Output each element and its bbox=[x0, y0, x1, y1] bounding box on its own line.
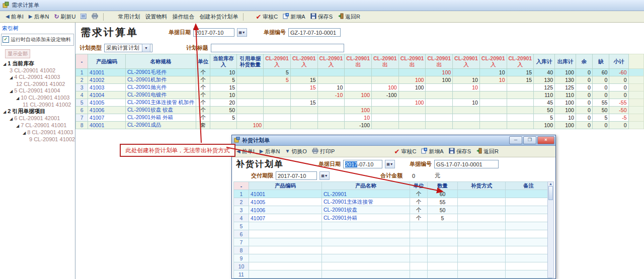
row-number[interactable]: 9 bbox=[234, 254, 249, 262]
cell[interactable]: 41007 bbox=[249, 214, 322, 222]
cell[interactable] bbox=[237, 69, 264, 76]
cell[interactable]: 60 bbox=[428, 190, 458, 198]
cell[interactable] bbox=[290, 107, 317, 114]
table-row[interactable]: 741007CL-20901外箱 外箱个51051005-5 bbox=[76, 114, 644, 122]
cell[interactable]: 50 bbox=[428, 206, 458, 214]
column-header[interactable]: 入库计 bbox=[534, 54, 555, 69]
cell[interactable]: 110 bbox=[534, 91, 555, 99]
cell[interactable]: 15 bbox=[290, 99, 317, 107]
cell[interactable]: CL-20901电镀件 bbox=[126, 91, 196, 99]
table-row[interactable]: 11 bbox=[234, 270, 552, 278]
auto-add-checkbox[interactable]: ✓ bbox=[3, 36, 9, 43]
menu-set-material[interactable]: 设置物料 bbox=[142, 12, 170, 22]
cell[interactable] bbox=[628, 84, 643, 91]
column-header[interactable]: 名称规格 bbox=[126, 54, 196, 69]
cell[interactable]: 5 bbox=[534, 114, 555, 122]
cell[interactable]: 5 bbox=[428, 214, 458, 222]
cell[interactable] bbox=[453, 122, 480, 129]
cell[interactable]: CL-20901抛光件 bbox=[126, 84, 196, 91]
row-number[interactable]: 7 bbox=[76, 114, 88, 122]
cell[interactable] bbox=[249, 238, 322, 246]
cell[interactable]: 0 bbox=[576, 69, 592, 76]
cell[interactable]: 41006 bbox=[249, 206, 322, 214]
cell[interactable] bbox=[428, 238, 458, 246]
tree-node[interactable]: 9 CL-20901 41002 bbox=[2, 136, 75, 143]
cell[interactable]: 100 bbox=[534, 122, 555, 129]
cell[interactable] bbox=[398, 114, 426, 122]
cell[interactable]: 0 bbox=[609, 84, 628, 91]
cell[interactable]: 100 bbox=[555, 107, 576, 114]
cell[interactable] bbox=[410, 222, 428, 230]
cell[interactable]: 50 bbox=[210, 107, 237, 114]
save-button[interactable]: 保存S bbox=[308, 12, 335, 22]
table-row[interactable]: 8 bbox=[234, 246, 552, 254]
cell[interactable]: 15 bbox=[290, 84, 317, 91]
cell[interactable] bbox=[479, 122, 507, 129]
cell[interactable] bbox=[506, 230, 552, 238]
prev-doc-button[interactable]: ◀ 前单I bbox=[3, 12, 26, 22]
cell[interactable] bbox=[426, 122, 453, 129]
close-button[interactable]: × bbox=[537, 136, 554, 144]
next-doc-button[interactable]: ▶ 后单N bbox=[26, 12, 52, 22]
cell[interactable] bbox=[428, 270, 458, 278]
cell[interactable] bbox=[398, 91, 426, 99]
cell[interactable]: 0 bbox=[576, 99, 592, 107]
cell[interactable]: 41001 bbox=[249, 190, 322, 198]
cell[interactable] bbox=[428, 222, 458, 230]
calendar-dropdown-icon[interactable]: ▦▼ bbox=[385, 160, 395, 168]
cell[interactable] bbox=[322, 246, 410, 254]
minimize-button[interactable]: ─ bbox=[509, 136, 522, 144]
cell[interactable]: 50 bbox=[534, 107, 555, 114]
row-number[interactable]: 6 bbox=[234, 230, 249, 238]
column-header[interactable]: CL-20901入 bbox=[290, 54, 317, 69]
cell[interactable] bbox=[628, 107, 643, 114]
column-header[interactable]: CL-20901出 bbox=[345, 54, 372, 69]
column-header[interactable]: CL-20901出 bbox=[372, 54, 399, 69]
cell[interactable] bbox=[410, 230, 428, 238]
column-header[interactable]: CL-20901入 bbox=[507, 54, 534, 69]
cell[interactable] bbox=[628, 91, 643, 99]
cell[interactable] bbox=[345, 84, 372, 91]
cell[interactable] bbox=[458, 198, 506, 206]
cell[interactable] bbox=[410, 254, 428, 262]
cell[interactable]: 41003 bbox=[88, 84, 126, 91]
cell[interactable]: -50 bbox=[609, 107, 628, 114]
cell[interactable]: 110 bbox=[555, 91, 576, 99]
tree-expander-icon[interactable]: ◢ bbox=[16, 96, 19, 101]
cell[interactable]: 100 bbox=[426, 76, 453, 84]
cell[interactable]: CL-20901外箱 bbox=[322, 214, 410, 222]
column-header[interactable]: CL-20901入 bbox=[453, 54, 480, 69]
cell[interactable] bbox=[506, 238, 552, 246]
cell[interactable] bbox=[210, 122, 237, 129]
cell[interactable] bbox=[398, 107, 426, 114]
tree-expander-icon[interactable]: ◢ bbox=[10, 89, 13, 94]
column-header[interactable]: CL-20901出 bbox=[398, 54, 426, 69]
tree-node[interactable]: ◢7 CL-20901 41001 bbox=[2, 122, 75, 129]
table-row[interactable]: 341003CL-20901抛光件个1515101001001012512500… bbox=[76, 84, 644, 91]
cell[interactable]: 个 bbox=[196, 91, 210, 99]
calendar-dropdown-icon[interactable]: ▦▼ bbox=[237, 28, 247, 37]
cell[interactable] bbox=[507, 91, 534, 99]
table-row[interactable]: 9 bbox=[234, 254, 552, 262]
cell[interactable] bbox=[322, 254, 410, 262]
cell[interactable] bbox=[458, 190, 506, 198]
table-row[interactable]: 241005CL-20901主体连接管个55 bbox=[234, 198, 552, 206]
cell[interactable]: 个 bbox=[196, 84, 210, 91]
cell[interactable]: 个 bbox=[196, 114, 210, 122]
cell[interactable]: 60 bbox=[592, 69, 609, 76]
cell[interactable]: 100 bbox=[555, 122, 576, 129]
cell[interactable]: 10 bbox=[317, 84, 345, 91]
row-number[interactable]: 3 bbox=[76, 84, 88, 91]
row-number[interactable]: 8 bbox=[234, 246, 249, 254]
cell[interactable] bbox=[426, 84, 453, 91]
show-all-button[interactable]: 显示全部 bbox=[5, 49, 30, 58]
cell[interactable] bbox=[237, 107, 264, 114]
cell[interactable]: 100 bbox=[398, 84, 426, 91]
calendar-dropdown-icon[interactable]: ▦▼ bbox=[319, 171, 330, 180]
cell[interactable]: 0 bbox=[576, 91, 592, 99]
cell[interactable]: 10 bbox=[210, 91, 237, 99]
cell[interactable]: 0 bbox=[576, 84, 592, 91]
cell[interactable] bbox=[322, 230, 410, 238]
cell[interactable]: 125 bbox=[534, 84, 555, 91]
cell[interactable]: 5 bbox=[264, 76, 291, 84]
